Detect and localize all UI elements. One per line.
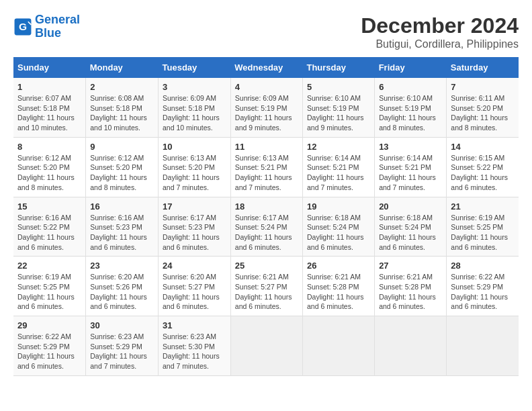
day-cell-20: 20 Sunrise: 6:18 AMSunset: 5:24 PMDaylig… (375, 197, 447, 257)
day-number: 9 (90, 142, 154, 152)
day-number: 21 (451, 201, 515, 212)
day-info: Sunrise: 6:10 AMSunset: 5:19 PMDaylight:… (307, 93, 370, 133)
day-number: 28 (451, 261, 515, 271)
day-info: Sunrise: 6:14 AMSunset: 5:21 PMDaylight:… (379, 153, 442, 193)
day-cell-5: 5 Sunrise: 6:10 AMSunset: 5:19 PMDayligh… (302, 78, 374, 137)
day-info: Sunrise: 6:19 AMSunset: 5:25 PMDaylight:… (17, 272, 81, 312)
day-cell-11: 11 Sunrise: 6:13 AMSunset: 5:21 PMDaylig… (230, 137, 302, 197)
calendar-row: 22 Sunrise: 6:19 AMSunset: 5:25 PMDaylig… (13, 257, 519, 316)
day-cell-29: 29 Sunrise: 6:22 AMSunset: 5:29 PMDaylig… (13, 316, 86, 376)
day-info: Sunrise: 6:11 AMSunset: 5:20 PMDaylight:… (451, 93, 515, 133)
day-number: 7 (451, 82, 515, 92)
logo-general: General (35, 13, 80, 26)
logo-blue: Blue (35, 26, 61, 40)
day-cell-9: 9 Sunrise: 6:12 AMSunset: 5:20 PMDayligh… (86, 137, 159, 197)
day-number: 27 (379, 261, 442, 271)
day-cell-19: 19 Sunrise: 6:18 AMSunset: 5:24 PMDaylig… (302, 197, 374, 257)
col-wednesday: Wednesday (230, 57, 302, 78)
day-info: Sunrise: 6:12 AMSunset: 5:20 PMDaylight:… (17, 153, 81, 193)
empty-cell (447, 316, 519, 376)
day-cell-13: 13 Sunrise: 6:14 AMSunset: 5:21 PMDaylig… (375, 137, 447, 197)
day-number: 30 (90, 320, 154, 330)
day-number: 1 (17, 82, 81, 92)
logo-icon: G (13, 17, 32, 36)
day-number: 5 (307, 82, 370, 92)
empty-cell (230, 316, 302, 376)
day-number: 17 (163, 201, 226, 212)
day-info: Sunrise: 6:19 AMSunset: 5:25 PMDaylight:… (451, 213, 515, 253)
day-number: 11 (235, 142, 298, 152)
day-cell-23: 23 Sunrise: 6:20 AMSunset: 5:26 PMDaylig… (86, 257, 159, 316)
day-info: Sunrise: 6:17 AMSunset: 5:23 PMDaylight:… (163, 213, 226, 253)
day-number: 16 (90, 201, 154, 212)
location-title: Butigui, Cordillera, Philippines (361, 38, 519, 50)
day-info: Sunrise: 6:12 AMSunset: 5:20 PMDaylight:… (90, 153, 154, 193)
day-number: 10 (163, 142, 226, 152)
day-cell-6: 6 Sunrise: 6:10 AMSunset: 5:19 PMDayligh… (375, 78, 447, 137)
day-cell-25: 25 Sunrise: 6:21 AMSunset: 5:27 PMDaylig… (230, 257, 302, 316)
day-info: Sunrise: 6:08 AMSunset: 5:18 PMDaylight:… (90, 93, 154, 133)
col-monday: Monday (86, 57, 159, 78)
day-info: Sunrise: 6:20 AMSunset: 5:27 PMDaylight:… (163, 272, 226, 312)
day-number: 31 (163, 320, 226, 330)
day-number: 26 (307, 261, 370, 271)
calendar-header-row: Sunday Monday Tuesday Wednesday Thursday… (13, 57, 519, 78)
col-friday: Friday (375, 57, 447, 78)
day-info: Sunrise: 6:17 AMSunset: 5:24 PMDaylight:… (235, 213, 298, 253)
day-cell-8: 8 Sunrise: 6:12 AMSunset: 5:20 PMDayligh… (13, 137, 86, 197)
day-info: Sunrise: 6:21 AMSunset: 5:28 PMDaylight:… (379, 272, 442, 312)
day-info: Sunrise: 6:18 AMSunset: 5:24 PMDaylight:… (307, 213, 370, 253)
title-block: December 2024 Butigui, Cordillera, Phili… (361, 13, 519, 50)
day-number: 8 (17, 142, 81, 152)
day-cell-31: 31 Sunrise: 6:23 AMSunset: 5:30 PMDaylig… (159, 316, 231, 376)
day-cell-21: 21 Sunrise: 6:19 AMSunset: 5:25 PMDaylig… (447, 197, 519, 257)
day-number: 15 (17, 201, 81, 212)
day-info: Sunrise: 6:14 AMSunset: 5:21 PMDaylight:… (307, 153, 370, 193)
day-info: Sunrise: 6:18 AMSunset: 5:24 PMDaylight:… (379, 213, 442, 253)
day-info: Sunrise: 6:09 AMSunset: 5:18 PMDaylight:… (163, 93, 226, 133)
day-cell-30: 30 Sunrise: 6:23 AMSunset: 5:29 PMDaylig… (86, 316, 159, 376)
day-info: Sunrise: 6:21 AMSunset: 5:28 PMDaylight:… (307, 272, 370, 312)
col-saturday: Saturday (447, 57, 519, 78)
day-info: Sunrise: 6:07 AMSunset: 5:18 PMDaylight:… (17, 93, 81, 133)
month-title: December 2024 (361, 13, 519, 38)
day-number: 18 (235, 201, 298, 212)
day-number: 25 (235, 261, 298, 271)
day-cell-12: 12 Sunrise: 6:14 AMSunset: 5:21 PMDaylig… (302, 137, 374, 197)
svg-text:G: G (19, 20, 27, 32)
calendar-row: 29 Sunrise: 6:22 AMSunset: 5:29 PMDaylig… (13, 316, 519, 376)
day-cell-10: 10 Sunrise: 6:13 AMSunset: 5:20 PMDaylig… (159, 137, 231, 197)
day-cell-24: 24 Sunrise: 6:20 AMSunset: 5:27 PMDaylig… (159, 257, 231, 316)
day-number: 2 (90, 82, 154, 92)
day-cell-14: 14 Sunrise: 6:15 AMSunset: 5:22 PMDaylig… (447, 137, 519, 197)
day-info: Sunrise: 6:22 AMSunset: 5:29 PMDaylight:… (451, 272, 515, 312)
day-info: Sunrise: 6:21 AMSunset: 5:27 PMDaylight:… (235, 272, 298, 312)
calendar-row: 15 Sunrise: 6:16 AMSunset: 5:22 PMDaylig… (13, 197, 519, 257)
logo: G General Blue (13, 13, 80, 40)
day-cell-28: 28 Sunrise: 6:22 AMSunset: 5:29 PMDaylig… (447, 257, 519, 316)
day-number: 13 (379, 142, 442, 152)
day-info: Sunrise: 6:15 AMSunset: 5:22 PMDaylight:… (451, 153, 515, 193)
day-cell-16: 16 Sunrise: 6:16 AMSunset: 5:23 PMDaylig… (86, 197, 159, 257)
day-number: 12 (307, 142, 370, 152)
day-cell-2: 2 Sunrise: 6:08 AMSunset: 5:18 PMDayligh… (86, 78, 159, 137)
col-sunday: Sunday (13, 57, 86, 78)
day-number: 23 (90, 261, 154, 271)
day-cell-26: 26 Sunrise: 6:21 AMSunset: 5:28 PMDaylig… (302, 257, 374, 316)
day-info: Sunrise: 6:16 AMSunset: 5:22 PMDaylight:… (17, 213, 81, 253)
day-cell-1: 1 Sunrise: 6:07 AMSunset: 5:18 PMDayligh… (13, 78, 86, 137)
day-info: Sunrise: 6:13 AMSunset: 5:20 PMDaylight:… (163, 153, 226, 193)
day-info: Sunrise: 6:16 AMSunset: 5:23 PMDaylight:… (90, 213, 154, 253)
day-number: 3 (163, 82, 226, 92)
day-info: Sunrise: 6:22 AMSunset: 5:29 PMDaylight:… (17, 332, 81, 371)
day-cell-4: 4 Sunrise: 6:09 AMSunset: 5:19 PMDayligh… (230, 78, 302, 137)
day-number: 14 (451, 142, 515, 152)
empty-cell (302, 316, 374, 376)
day-number: 6 (379, 82, 442, 92)
day-info: Sunrise: 6:13 AMSunset: 5:21 PMDaylight:… (235, 153, 298, 193)
empty-cell (375, 316, 447, 376)
calendar-table: Sunday Monday Tuesday Wednesday Thursday… (13, 57, 519, 376)
col-thursday: Thursday (302, 57, 374, 78)
day-number: 24 (163, 261, 226, 271)
col-tuesday: Tuesday (159, 57, 231, 78)
